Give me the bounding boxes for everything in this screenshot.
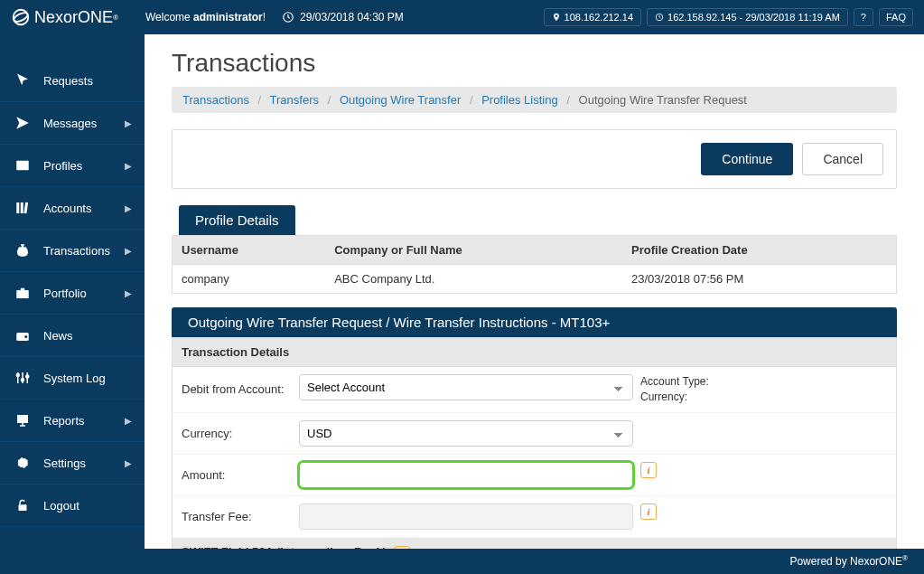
money-bag-icon: [13, 242, 33, 259]
debit-label: Debit from Account:: [182, 382, 290, 396]
sidebar-item-system-log[interactable]: System Log: [0, 357, 145, 400]
svg-point-12: [22, 379, 24, 381]
svg-rect-4: [16, 161, 29, 171]
transfer-fee-label: Transfer Fee:: [182, 510, 290, 523]
globe-icon: [11, 7, 31, 27]
breadcrumb-link[interactable]: Profiles Listing: [481, 93, 558, 107]
clock-icon: [282, 11, 294, 24]
breadcrumb-link[interactable]: Transactions: [182, 93, 249, 107]
top-bar: NexorONE® Welcome administrator! 29/03/2…: [0, 0, 924, 34]
table-row: company ABC Company Ltd. 23/03/2018 07:5…: [173, 265, 897, 294]
briefcase-icon: [13, 285, 33, 301]
svg-rect-7: [23, 202, 28, 213]
chevron-right-icon: ▶: [125, 416, 132, 426]
info-icon[interactable]: i: [640, 462, 657, 478]
col-username: Username: [173, 236, 326, 265]
sidebar: Requests Messages ▶ Profiles ▶ Accounts …: [0, 34, 145, 549]
breadcrumb-link[interactable]: Transfers: [270, 93, 319, 107]
col-created: Profile Creation Date: [622, 236, 896, 265]
sidebar-item-label: Messages: [43, 117, 97, 130]
profile-details-table: Username Company or Full Name Profile Cr…: [172, 235, 897, 294]
sidebar-item-reports[interactable]: Reports ▶: [0, 400, 145, 442]
brand-suffix: ONE: [78, 8, 113, 27]
info-icon[interactable]: i: [640, 503, 657, 520]
table-row: Username Company or Full Name Profile Cr…: [173, 236, 897, 265]
action-bar: Continue Cancel: [172, 129, 897, 189]
chevron-right-icon: ▶: [125, 458, 132, 468]
cell-username: company: [173, 265, 326, 294]
profile-details-tab: Profile Details: [179, 205, 295, 235]
info-icon[interactable]: i: [394, 546, 410, 549]
id-card-icon: [13, 157, 33, 174]
breadcrumb-link[interactable]: Outgoing Wire Transfer: [340, 93, 461, 107]
svg-point-10: [24, 335, 27, 338]
breadcrumb: Transactions / Transfers / Outgoing Wire…: [172, 87, 897, 113]
sidebar-item-transactions[interactable]: Transactions ▶: [0, 230, 145, 272]
sidebar-item-portfolio[interactable]: Portfolio ▶: [0, 272, 145, 315]
help-button[interactable]: ?: [854, 8, 873, 26]
row-debit-account: Debit from Account: Select Account Accou…: [173, 367, 896, 413]
sidebar-item-label: Settings: [43, 456, 86, 470]
continue-button[interactable]: Continue: [701, 143, 793, 175]
page-title: Transactions: [172, 49, 897, 78]
sidebar-item-label: Portfolio: [43, 287, 87, 300]
svg-point-11: [16, 374, 19, 377]
footer: Powered by NexorONE®: [0, 549, 924, 574]
sidebar-item-label: Transactions: [43, 244, 110, 258]
gear-icon: [13, 455, 33, 471]
currency-select[interactable]: USD: [299, 420, 633, 447]
breadcrumb-current: Outgoing Wire Transfer Request: [579, 93, 747, 107]
svg-rect-6: [21, 202, 23, 213]
sidebar-item-label: Accounts: [43, 202, 91, 215]
clock-icon: [655, 13, 664, 22]
brand-tm: ®: [113, 14, 118, 22]
amount-input[interactable]: [300, 463, 632, 487]
cell-company: ABC Company Ltd.: [325, 265, 622, 294]
currency-label: Currency:: [182, 427, 290, 440]
sidebar-item-settings[interactable]: Settings ▶: [0, 442, 145, 485]
section-swift-56a: SWIFT Field 56A (Intermediary Bank) i: [173, 538, 896, 549]
chevron-right-icon: ▶: [125, 288, 132, 298]
cell-created: 23/03/2018 07:56 PM: [622, 265, 896, 294]
current-ip-badge[interactable]: 108.162.212.14: [544, 8, 641, 26]
lock-icon: [13, 497, 33, 513]
debit-account-select[interactable]: Select Account: [299, 374, 633, 400]
wire-transfer-form: Transaction Details Debit from Account: …: [172, 337, 897, 549]
header-datetime: 29/03/2018 04:30 PM: [282, 11, 404, 24]
sidebar-item-label: News: [43, 329, 73, 343]
sidebar-item-label: Reports: [43, 414, 85, 428]
cancel-button[interactable]: Cancel: [802, 143, 883, 175]
sidebar-item-label: Requests: [43, 74, 93, 88]
svg-point-13: [26, 375, 29, 378]
row-currency: Currency: USD: [173, 413, 896, 455]
sidebar-item-news[interactable]: News: [0, 315, 145, 357]
pointer-icon: [13, 115, 33, 131]
transfer-fee-select[interactable]: [299, 503, 633, 530]
sidebar-item-messages[interactable]: Messages ▶: [0, 102, 145, 145]
chevron-right-icon: ▶: [125, 203, 132, 213]
chevron-right-icon: ▶: [125, 246, 132, 256]
sidebar-item-label: Profiles: [43, 159, 82, 173]
wire-transfer-tab: Outgoing Wire Transfer Request / Wire Tr…: [172, 307, 897, 337]
sidebar-item-label: System Log: [43, 372, 106, 385]
last-ip-badge[interactable]: 162.158.92.145 - 29/03/2018 11:19 AM: [647, 8, 848, 26]
sliders-icon: [13, 370, 33, 386]
main-content: Transactions Transactions / Transfers / …: [145, 34, 924, 549]
sidebar-item-requests[interactable]: Requests: [0, 60, 145, 102]
brand-prefix: Nexor: [34, 8, 78, 27]
svg-rect-8: [16, 290, 29, 298]
amount-label: Amount:: [182, 468, 290, 482]
account-info-side: Account Type: Currency:: [640, 374, 740, 405]
row-amount: Amount: i: [173, 455, 896, 496]
faq-button[interactable]: FAQ: [879, 8, 913, 26]
sidebar-item-accounts[interactable]: Accounts ▶: [0, 187, 145, 230]
presentation-icon: [13, 412, 33, 428]
brand-logo[interactable]: NexorONE®: [11, 7, 118, 27]
svg-rect-15: [19, 504, 27, 511]
sidebar-item-label: Logout: [43, 499, 79, 513]
cursor-icon: [13, 72, 33, 89]
section-transaction-details: Transaction Details: [173, 338, 896, 367]
svg-rect-14: [17, 415, 28, 423]
sidebar-item-logout[interactable]: Logout: [0, 485, 145, 527]
sidebar-item-profiles[interactable]: Profiles ▶: [0, 145, 145, 187]
